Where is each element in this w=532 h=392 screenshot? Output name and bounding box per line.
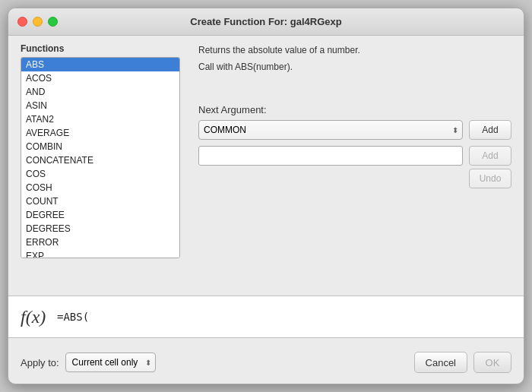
dialog-content: Functions ABSACOSANDASINATAN2AVERAGECOMB… (8, 36, 524, 384)
list-item[interactable]: ASIN (21, 99, 179, 112)
list-item[interactable]: ACOS (21, 71, 179, 85)
add-button[interactable]: Add (469, 120, 511, 140)
list-item[interactable]: ERROR (21, 236, 179, 249)
functions-label: Functions (21, 43, 188, 54)
list-item[interactable]: DEGREE (21, 208, 179, 222)
description-line1: Returns the absolute value of a number. (198, 43, 511, 57)
next-argument-label: Next Argument: (198, 104, 511, 115)
input-row: Add (198, 146, 511, 166)
dialog-buttons: Cancel OK (414, 352, 511, 373)
window-title: Create Function For: gal4RGexp (190, 16, 341, 27)
apply-to-row: Apply to: Current cell onlySelectionAll … (21, 352, 156, 372)
ok-button[interactable]: OK (473, 352, 511, 373)
cancel-button[interactable]: Cancel (414, 352, 467, 373)
list-item[interactable]: COS (21, 167, 179, 181)
apply-to-select[interactable]: Current cell onlySelectionAll cells (65, 352, 156, 372)
list-item[interactable]: AND (21, 85, 179, 99)
list-item[interactable]: EXP (21, 249, 179, 258)
description-area: Returns the absolute value of a number. … (198, 43, 511, 104)
list-item[interactable]: DEGREES (21, 222, 179, 236)
close-button[interactable] (17, 17, 27, 27)
argument-input-wrapper (198, 146, 463, 166)
list-item[interactable]: ATAN2 (21, 112, 179, 126)
function-list[interactable]: ABSACOSANDASINATAN2AVERAGECOMBINCONCATEN… (21, 57, 180, 258)
list-item[interactable]: CONCATENATE (21, 153, 179, 167)
right-panel: Returns the absolute value of a number. … (188, 43, 511, 289)
formula-value: =ABS( (57, 311, 89, 323)
list-item[interactable]: COSH (21, 181, 179, 194)
list-item[interactable]: COUNT (21, 194, 179, 208)
argument-input[interactable] (198, 146, 463, 166)
fx-symbol: f(x) (21, 307, 48, 327)
minimize-button[interactable] (33, 17, 43, 27)
argument-select[interactable]: COMMONnumbertextlogical (198, 120, 463, 140)
argument-select-wrapper: COMMONnumbertextlogical (198, 120, 463, 140)
main-area: Functions ABSACOSANDASINATAN2AVERAGECOMB… (21, 43, 511, 289)
list-item[interactable]: AVERAGE (21, 126, 179, 140)
add-button-2[interactable]: Add (469, 146, 511, 166)
description-line2: Call with ABS(number). (198, 60, 511, 74)
argument-row: COMMONnumbertextlogical Add (198, 120, 511, 140)
maximize-button[interactable] (48, 17, 58, 27)
formula-section: f(x) =ABS( (8, 296, 524, 338)
traffic-lights (17, 17, 58, 27)
apply-to-label: Apply to: (21, 357, 59, 368)
apply-to-select-wrapper: Current cell onlySelectionAll cells (65, 352, 156, 372)
undo-button[interactable]: Undo (469, 169, 511, 188)
undo-row: Undo (198, 169, 511, 188)
left-panel: Functions ABSACOSANDASINATAN2AVERAGECOMB… (21, 43, 188, 289)
dialog-window: Create Function For: gal4RGexp Functions… (8, 8, 524, 384)
list-item[interactable]: ABS (21, 58, 179, 71)
list-item[interactable]: COMBIN (21, 140, 179, 153)
bottom-section: Apply to: Current cell onlySelectionAll … (21, 344, 511, 376)
title-bar: Create Function For: gal4RGexp (8, 8, 524, 36)
